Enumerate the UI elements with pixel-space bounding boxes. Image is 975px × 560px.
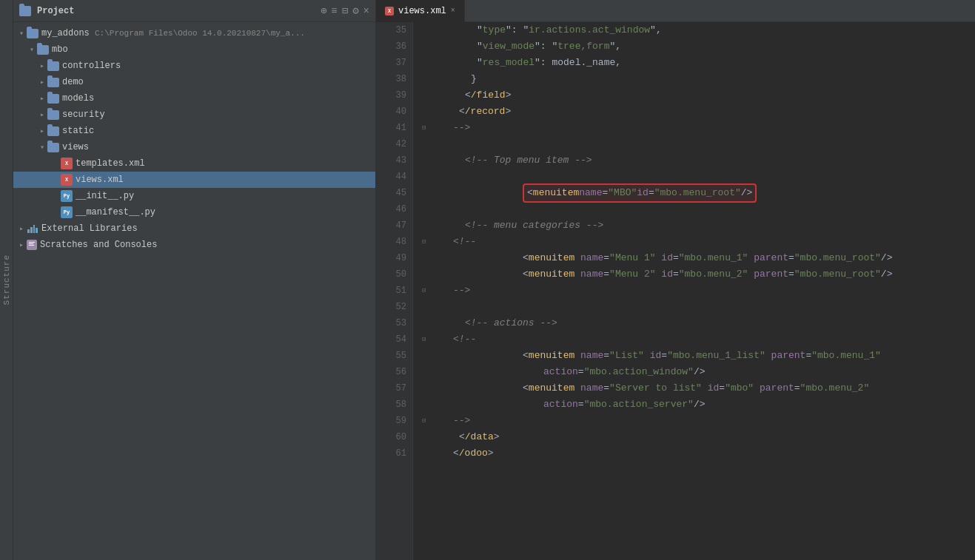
gutter-56 — [422, 364, 432, 380]
arrow-external-libs — [16, 224, 27, 233]
code-line-39: </field> — [422, 87, 975, 104]
gutter-45 — [422, 185, 432, 201]
arrow-models — [37, 94, 47, 103]
gutter-50 — [422, 266, 432, 283]
gutter-51[interactable]: ⊟ — [422, 283, 432, 299]
svg-rect-0 — [29, 242, 35, 243]
tree-item-demo[interactable]: demo — [13, 74, 375, 90]
tab-views-xml[interactable]: views.xml × — [376, 0, 465, 22]
sidebar: Project ⊕ ≡ ⊟ ⚙ × my_addons C:\Program F… — [13, 0, 376, 560]
folder-icon-mbo — [37, 45, 49, 55]
code-line-50: <menuitem name="Menu 2" id="mbo.menu_2" … — [422, 266, 975, 283]
tabs-bar: views.xml × — [376, 0, 975, 22]
folder-icon-security — [47, 110, 59, 120]
line-numbers: 35 36 37 38 39 40 41 42 43 44 45 46 47 4… — [376, 22, 413, 560]
py-icon-init — [61, 190, 73, 202]
gutter-40 — [422, 104, 432, 120]
code-line-43: <!-- Top menu item --> — [422, 152, 975, 169]
sidebar-icons: ⊕ ≡ ⊟ ⚙ × — [321, 4, 369, 17]
tree-item-templates-xml[interactable]: templates.xml — [13, 155, 375, 172]
code-line-52 — [422, 299, 975, 315]
tree-item-models[interactable]: models — [13, 90, 375, 107]
gutter-59[interactable]: ⊟ — [422, 413, 432, 429]
gutter-48[interactable]: ⊟ — [422, 234, 432, 250]
tree-item-init-py[interactable]: __init__.py — [13, 188, 375, 204]
label-views-xml: views.xml — [76, 175, 124, 185]
folder-icon-my-addons — [27, 29, 38, 38]
gutter-37 — [422, 55, 432, 71]
gutter-42 — [422, 136, 432, 152]
tab-close-button[interactable]: × — [451, 7, 455, 15]
tab-xml-icon — [385, 7, 394, 16]
code-line-35: "type": "ir.actions.act_window", — [422, 22, 975, 38]
gear-icon[interactable]: ⚙ — [352, 4, 358, 17]
svg-rect-1 — [29, 243, 33, 244]
label-my-addons: my_addons — [41, 28, 95, 38]
xml-icon-templates — [61, 158, 73, 169]
arrow-scratches — [16, 240, 27, 249]
gutter-36 — [422, 38, 432, 55]
scratch-icon — [27, 240, 37, 250]
file-tree: my_addons C:\Program Files\Odoo 14.0.202… — [13, 22, 375, 560]
tree-item-views-xml[interactable]: views.xml — [13, 172, 375, 188]
code-line-58: action="mbo.action_server"/> — [422, 397, 975, 413]
code-line-60: </data> — [422, 429, 975, 445]
structure-tab[interactable]: Structure — [0, 0, 13, 560]
tree-item-controllers[interactable]: controllers — [13, 58, 375, 74]
py-icon-manifest — [61, 206, 73, 218]
gutter-35 — [422, 22, 432, 38]
code-line-37: "res_model": model._name, — [422, 55, 975, 71]
folder-icon-controllers — [47, 61, 59, 71]
label-demo: demo — [62, 77, 84, 87]
code-line-40: </record> — [422, 104, 975, 120]
highlight-menuitem: <menuitem name="MBO" id="mbo.menu_root" … — [523, 183, 757, 203]
project-folder-icon — [19, 6, 31, 16]
label-scratches: Scratches and Consoles — [40, 240, 157, 250]
arrow-security — [37, 110, 47, 119]
gutter-49 — [422, 250, 432, 266]
structure-label: Structure — [2, 254, 11, 305]
label-controllers: controllers — [62, 61, 121, 71]
collapse-icon[interactable]: ⊟ — [342, 4, 348, 17]
sidebar-title: Project — [37, 6, 74, 16]
tree-item-mbo[interactable]: mbo — [13, 41, 375, 58]
hide-icon[interactable]: × — [363, 5, 369, 17]
xml-icon-views — [61, 174, 73, 186]
gutter-53 — [422, 315, 432, 331]
gutter-61 — [422, 445, 432, 462]
tree-item-scratches[interactable]: Scratches and Consoles — [13, 237, 375, 253]
code-line-36: "view_mode": "tree,form", — [422, 38, 975, 55]
tree-item-views[interactable]: views — [13, 139, 375, 155]
gutter-41[interactable]: ⊟ — [422, 120, 432, 136]
tree-item-manifest-py[interactable]: __manifest__.py — [13, 204, 375, 220]
gutter-55 — [422, 348, 432, 364]
code-line-45: <menuitem name="MBO" id="mbo.menu_root" … — [422, 185, 975, 201]
label-mbo: mbo — [52, 44, 68, 55]
label-models: models — [62, 93, 94, 104]
code-content[interactable]: "type": "ir.actions.act_window", "view_m… — [413, 22, 975, 560]
arrow-my-addons — [16, 29, 27, 38]
arrow-views — [37, 143, 47, 152]
label-views: views — [62, 142, 89, 152]
label-manifest-py: __manifest__.py — [76, 207, 155, 217]
label-templates-xml: templates.xml — [76, 158, 145, 169]
folder-icon-demo — [47, 78, 59, 87]
gutter-38 — [422, 71, 432, 87]
gutter-58 — [422, 397, 432, 413]
arrow-demo — [37, 78, 47, 87]
code-editor: 35 36 37 38 39 40 41 42 43 44 45 46 47 4… — [376, 22, 975, 560]
folder-icon-views — [47, 143, 59, 152]
gutter-57 — [422, 380, 432, 397]
tree-item-security[interactable]: security — [13, 107, 375, 123]
tree-item-static[interactable]: static — [13, 123, 375, 139]
label-external-libs: External Libraries — [41, 223, 138, 234]
gutter-54[interactable]: ⊟ — [422, 331, 432, 348]
sidebar-header: Project ⊕ ≡ ⊟ ⚙ × — [13, 0, 375, 22]
folder-icon-static — [47, 126, 59, 136]
arrow-controllers — [37, 61, 47, 70]
globe-icon[interactable]: ⊕ — [321, 4, 326, 17]
tree-item-external-libs[interactable]: External Libraries — [13, 220, 375, 237]
scroll-from-source-icon[interactable]: ≡ — [331, 5, 337, 17]
tree-item-my-addons[interactable]: my_addons C:\Program Files\Odoo 14.0.202… — [13, 25, 375, 41]
code-line-41: ⊟ --> — [422, 120, 975, 136]
